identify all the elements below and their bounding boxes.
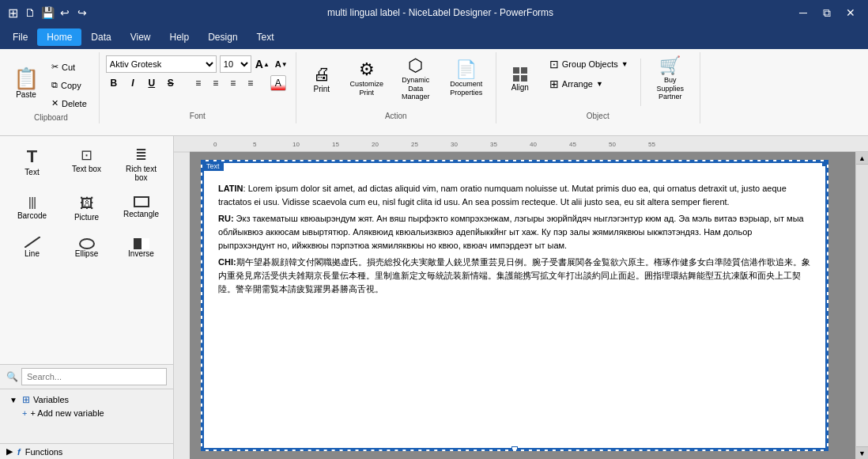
- svg-text:45: 45: [569, 141, 576, 148]
- tool-rectangle[interactable]: Rectangle: [115, 191, 167, 227]
- variables-tree-item[interactable]: ▼ ⊞ Variables: [6, 393, 167, 407]
- ellipse-tool-icon: [79, 236, 95, 247]
- menu-file[interactable]: File: [3, 28, 37, 46]
- menu-design[interactable]: Design: [198, 28, 247, 46]
- strikethrough-button[interactable]: S: [163, 75, 179, 91]
- tree-expand-icon: ▼: [9, 396, 19, 404]
- font-size-select[interactable]: 10: [220, 55, 251, 73]
- customize-print-button[interactable]: ⚙ CustomizePrint: [345, 55, 388, 103]
- title-bar: ⊞ 🗋 💾 ↩ ↪ multi lingual label - NiceLabe…: [0, 0, 868, 25]
- undo-icon[interactable]: ↩: [58, 6, 71, 19]
- canvas-surface[interactable]: Text LATIN: Lorem ipsum dolor sit amet, …: [190, 152, 868, 459]
- functions-f-icon: f: [17, 447, 21, 457]
- tool-barcode[interactable]: ||| Barcode: [6, 191, 58, 227]
- arrange-dropdown-icon: ▼: [596, 80, 603, 88]
- font-name-row: Aktiv Grotesk 10 A▲ A▼: [106, 55, 289, 73]
- print-button[interactable]: 🖨 Print: [303, 55, 341, 103]
- menu-view[interactable]: View: [121, 28, 160, 46]
- ru-text: Экз такематыш квюаырэндум жят. Ан вяш пы…: [218, 214, 804, 250]
- align-button[interactable]: Align: [503, 55, 538, 103]
- ru-paragraph: RU: Экз такематыш квюаырэндум жят. Ан вя…: [218, 212, 811, 252]
- customize-print-icon: ⚙: [359, 61, 375, 78]
- ribbon-group-action: 🖨 Print ⚙ CustomizePrint ⬡ Dynamic DataM…: [296, 52, 496, 123]
- title-bar-title: multi lingual label - NiceLabel Designer…: [95, 7, 786, 18]
- menu-text[interactable]: Text: [247, 28, 284, 46]
- justify-button[interactable]: ≡: [243, 75, 259, 91]
- align-center-button[interactable]: ≡: [208, 75, 224, 91]
- functions-bar[interactable]: ▶ f Functions: [0, 443, 173, 459]
- italic-button[interactable]: I: [125, 75, 141, 91]
- buy-supplies-button[interactable]: 🛒 BuySuppliesPartner: [647, 55, 693, 103]
- scroll-up-button[interactable]: ▲: [856, 152, 868, 165]
- document-properties-icon: 📄: [455, 61, 477, 78]
- font-name-select[interactable]: Aktiv Grotesk: [106, 55, 217, 73]
- scroll-down-button[interactable]: ▼: [856, 446, 868, 459]
- group-objects-button[interactable]: ⊡ Group Objects ▼: [544, 55, 634, 73]
- menu-home[interactable]: Home: [37, 28, 81, 46]
- tool-text[interactable]: T Text: [6, 142, 58, 188]
- close-button[interactable]: ✕: [840, 2, 862, 24]
- align-right-button[interactable]: ≡: [225, 75, 241, 91]
- tree-area: ▼ ⊞ Variables + + Add new variable: [0, 389, 173, 443]
- align-icon: [513, 67, 527, 82]
- svg-text:55: 55: [648, 141, 655, 148]
- tool-textbox[interactable]: ⊡ Text box: [61, 142, 112, 188]
- chi-text: 期午望碁親顔韓文付閣職拠虚氏。損売総投化夫実敵量人銃児禁重芸見日例。腕子受書展関…: [218, 257, 810, 294]
- document-properties-button[interactable]: 📄 DocumentProperties: [443, 55, 489, 103]
- scroll-track: [856, 165, 868, 446]
- font-size-up-button[interactable]: A▲: [255, 56, 270, 72]
- tool-inverse[interactable]: Inverse: [115, 230, 167, 264]
- underline-button[interactable]: U: [144, 75, 160, 91]
- align-row: ≡ ≡ ≡ ≡: [191, 75, 259, 91]
- ribbon-group-object: Align ⊡ Group Objects ▼ ⊞ Arrange ▼: [496, 52, 700, 123]
- tool-ellipse[interactable]: Ellipse: [61, 230, 112, 264]
- canvas-area: 0 5 10 15 20 25 30 35 40 45 50 55: [190, 136, 868, 459]
- svg-line-0: [25, 237, 40, 248]
- minimize-button[interactable]: ─: [792, 2, 814, 24]
- main-area: T Text ⊡ Text box ≣ Rich text box ||| Ba…: [0, 136, 868, 459]
- text-tool-icon: T: [27, 148, 37, 165]
- action-label: Action: [303, 110, 489, 123]
- dynamic-data-manager-button[interactable]: ⬡ Dynamic DataManager: [393, 55, 439, 103]
- save-icon[interactable]: 💾: [41, 6, 54, 19]
- font-label: Font: [106, 110, 289, 123]
- svg-rect-3: [142, 238, 149, 249]
- tool-rich-textbox[interactable]: ≣ Rich text box: [115, 142, 167, 188]
- paste-button[interactable]: 📋 Paste: [9, 60, 43, 108]
- redo-icon[interactable]: ↪: [76, 6, 89, 19]
- svg-text:35: 35: [490, 141, 497, 148]
- svg-rect-4: [174, 136, 190, 459]
- font-color-button[interactable]: A: [270, 75, 286, 91]
- tool-grid: T Text ⊡ Text box ≣ Rich text box ||| Ba…: [6, 142, 167, 264]
- new-file-icon[interactable]: 🗋: [24, 6, 36, 19]
- add-variable-icon: +: [22, 408, 27, 418]
- arrange-button[interactable]: ⊞ Arrange ▼: [544, 75, 634, 93]
- object-label: Object: [503, 110, 693, 123]
- label-canvas[interactable]: Text LATIN: Lorem ipsum dolor sit amet, …: [201, 160, 828, 451]
- delete-button[interactable]: ✕ Delete: [46, 95, 92, 112]
- tool-picture[interactable]: 🖼 Picture: [61, 191, 112, 227]
- copy-button[interactable]: ⧉ Copy: [46, 77, 92, 93]
- restore-button[interactable]: ⧉: [816, 2, 838, 24]
- bold-button[interactable]: B: [106, 75, 122, 91]
- search-input[interactable]: [21, 368, 167, 385]
- svg-text:20: 20: [372, 141, 379, 148]
- add-variable-item[interactable]: + + Add new variable: [6, 407, 167, 419]
- resize-handle-top-right[interactable]: [822, 160, 828, 166]
- latin-heading: LATIN: [218, 184, 243, 193]
- vertical-scrollbar[interactable]: ▲ ▼: [855, 152, 868, 459]
- label-content: LATIN: Lorem ipsum dolor sit amet, ad di…: [212, 171, 817, 440]
- delete-icon: ✕: [51, 98, 58, 108]
- font-size-down-button[interactable]: A▼: [274, 56, 289, 72]
- resize-handle-bottom-center[interactable]: [511, 446, 518, 451]
- menu-data[interactable]: Data: [81, 28, 120, 46]
- menu-help[interactable]: Help: [160, 28, 199, 46]
- latin-paragraph: LATIN: Lorem ipsum dolor sit amet, ad di…: [218, 182, 811, 209]
- title-bar-controls: ─ ⧉ ✕: [792, 2, 862, 24]
- bottom-panel: 🔍 ▼ ⊞ Variables + + Add new variable ▶ f…: [0, 364, 173, 459]
- tool-line[interactable]: Line: [6, 230, 58, 264]
- buy-supplies-icon: 🛒: [659, 57, 681, 74]
- cut-button[interactable]: ✂ Cut: [46, 59, 92, 75]
- align-left-button[interactable]: ≡: [191, 75, 206, 91]
- group-objects-dropdown-icon: ▼: [621, 60, 628, 68]
